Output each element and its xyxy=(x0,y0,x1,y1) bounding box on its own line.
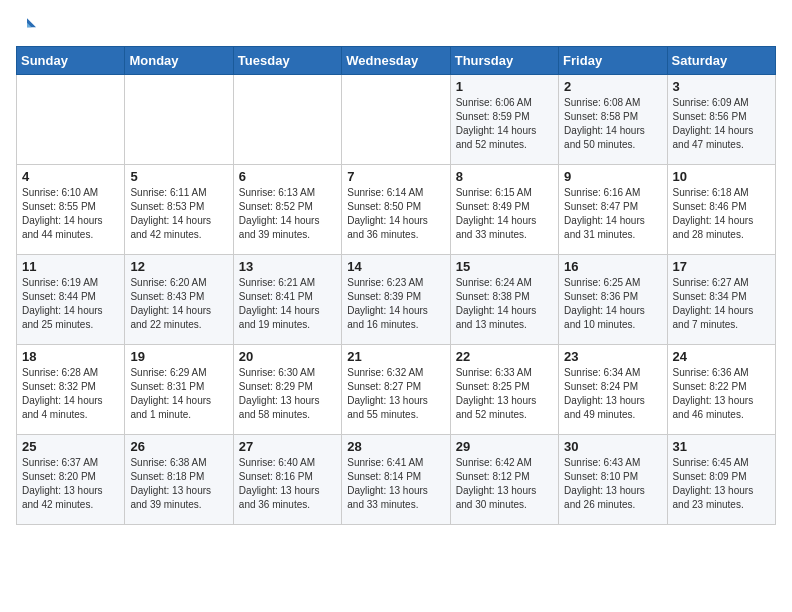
header xyxy=(16,16,776,38)
calendar-cell: 24Sunrise: 6:36 AM Sunset: 8:22 PM Dayli… xyxy=(667,345,775,435)
calendar-cell xyxy=(342,75,450,165)
weekday-header: Wednesday xyxy=(342,47,450,75)
day-info: Sunrise: 6:33 AM Sunset: 8:25 PM Dayligh… xyxy=(456,366,553,422)
calendar-header: SundayMondayTuesdayWednesdayThursdayFrid… xyxy=(17,47,776,75)
calendar-cell: 22Sunrise: 6:33 AM Sunset: 8:25 PM Dayli… xyxy=(450,345,558,435)
calendar-cell: 31Sunrise: 6:45 AM Sunset: 8:09 PM Dayli… xyxy=(667,435,775,525)
calendar-cell: 8Sunrise: 6:15 AM Sunset: 8:49 PM Daylig… xyxy=(450,165,558,255)
day-info: Sunrise: 6:08 AM Sunset: 8:58 PM Dayligh… xyxy=(564,96,661,152)
calendar-week-row: 4Sunrise: 6:10 AM Sunset: 8:55 PM Daylig… xyxy=(17,165,776,255)
day-number: 5 xyxy=(130,169,227,184)
weekday-header: Tuesday xyxy=(233,47,341,75)
day-number: 14 xyxy=(347,259,444,274)
day-info: Sunrise: 6:14 AM Sunset: 8:50 PM Dayligh… xyxy=(347,186,444,242)
day-info: Sunrise: 6:21 AM Sunset: 8:41 PM Dayligh… xyxy=(239,276,336,332)
day-number: 21 xyxy=(347,349,444,364)
day-number: 27 xyxy=(239,439,336,454)
day-info: Sunrise: 6:30 AM Sunset: 8:29 PM Dayligh… xyxy=(239,366,336,422)
day-number: 22 xyxy=(456,349,553,364)
day-info: Sunrise: 6:28 AM Sunset: 8:32 PM Dayligh… xyxy=(22,366,119,422)
calendar-cell: 18Sunrise: 6:28 AM Sunset: 8:32 PM Dayli… xyxy=(17,345,125,435)
calendar-week-row: 1Sunrise: 6:06 AM Sunset: 8:59 PM Daylig… xyxy=(17,75,776,165)
day-number: 9 xyxy=(564,169,661,184)
day-number: 24 xyxy=(673,349,770,364)
day-number: 20 xyxy=(239,349,336,364)
calendar-cell: 20Sunrise: 6:30 AM Sunset: 8:29 PM Dayli… xyxy=(233,345,341,435)
calendar-cell: 5Sunrise: 6:11 AM Sunset: 8:53 PM Daylig… xyxy=(125,165,233,255)
day-number: 15 xyxy=(456,259,553,274)
day-info: Sunrise: 6:23 AM Sunset: 8:39 PM Dayligh… xyxy=(347,276,444,332)
day-number: 29 xyxy=(456,439,553,454)
day-number: 4 xyxy=(22,169,119,184)
day-info: Sunrise: 6:16 AM Sunset: 8:47 PM Dayligh… xyxy=(564,186,661,242)
weekday-header: Sunday xyxy=(17,47,125,75)
logo-icon xyxy=(18,16,36,34)
day-info: Sunrise: 6:42 AM Sunset: 8:12 PM Dayligh… xyxy=(456,456,553,512)
day-info: Sunrise: 6:09 AM Sunset: 8:56 PM Dayligh… xyxy=(673,96,770,152)
calendar-cell: 17Sunrise: 6:27 AM Sunset: 8:34 PM Dayli… xyxy=(667,255,775,345)
calendar-cell: 28Sunrise: 6:41 AM Sunset: 8:14 PM Dayli… xyxy=(342,435,450,525)
calendar-cell: 16Sunrise: 6:25 AM Sunset: 8:36 PM Dayli… xyxy=(559,255,667,345)
day-number: 19 xyxy=(130,349,227,364)
day-number: 11 xyxy=(22,259,119,274)
day-info: Sunrise: 6:34 AM Sunset: 8:24 PM Dayligh… xyxy=(564,366,661,422)
day-number: 23 xyxy=(564,349,661,364)
calendar-cell: 6Sunrise: 6:13 AM Sunset: 8:52 PM Daylig… xyxy=(233,165,341,255)
calendar-cell: 15Sunrise: 6:24 AM Sunset: 8:38 PM Dayli… xyxy=(450,255,558,345)
calendar-week-row: 25Sunrise: 6:37 AM Sunset: 8:20 PM Dayli… xyxy=(17,435,776,525)
calendar-cell: 25Sunrise: 6:37 AM Sunset: 8:20 PM Dayli… xyxy=(17,435,125,525)
day-number: 6 xyxy=(239,169,336,184)
day-number: 2 xyxy=(564,79,661,94)
day-info: Sunrise: 6:06 AM Sunset: 8:59 PM Dayligh… xyxy=(456,96,553,152)
calendar-cell: 29Sunrise: 6:42 AM Sunset: 8:12 PM Dayli… xyxy=(450,435,558,525)
calendar-cell: 1Sunrise: 6:06 AM Sunset: 8:59 PM Daylig… xyxy=(450,75,558,165)
calendar-cell: 2Sunrise: 6:08 AM Sunset: 8:58 PM Daylig… xyxy=(559,75,667,165)
day-info: Sunrise: 6:27 AM Sunset: 8:34 PM Dayligh… xyxy=(673,276,770,332)
calendar-cell: 21Sunrise: 6:32 AM Sunset: 8:27 PM Dayli… xyxy=(342,345,450,435)
day-info: Sunrise: 6:37 AM Sunset: 8:20 PM Dayligh… xyxy=(22,456,119,512)
weekday-header: Saturday xyxy=(667,47,775,75)
logo xyxy=(16,16,36,38)
day-info: Sunrise: 6:40 AM Sunset: 8:16 PM Dayligh… xyxy=(239,456,336,512)
calendar-cell: 30Sunrise: 6:43 AM Sunset: 8:10 PM Dayli… xyxy=(559,435,667,525)
day-info: Sunrise: 6:24 AM Sunset: 8:38 PM Dayligh… xyxy=(456,276,553,332)
day-info: Sunrise: 6:38 AM Sunset: 8:18 PM Dayligh… xyxy=(130,456,227,512)
day-info: Sunrise: 6:41 AM Sunset: 8:14 PM Dayligh… xyxy=(347,456,444,512)
day-info: Sunrise: 6:29 AM Sunset: 8:31 PM Dayligh… xyxy=(130,366,227,422)
calendar-cell: 3Sunrise: 6:09 AM Sunset: 8:56 PM Daylig… xyxy=(667,75,775,165)
day-number: 1 xyxy=(456,79,553,94)
weekday-header: Monday xyxy=(125,47,233,75)
calendar-cell xyxy=(233,75,341,165)
calendar-cell: 19Sunrise: 6:29 AM Sunset: 8:31 PM Dayli… xyxy=(125,345,233,435)
calendar-cell xyxy=(17,75,125,165)
day-info: Sunrise: 6:11 AM Sunset: 8:53 PM Dayligh… xyxy=(130,186,227,242)
day-number: 25 xyxy=(22,439,119,454)
day-number: 13 xyxy=(239,259,336,274)
day-info: Sunrise: 6:19 AM Sunset: 8:44 PM Dayligh… xyxy=(22,276,119,332)
weekday-header: Friday xyxy=(559,47,667,75)
calendar-body: 1Sunrise: 6:06 AM Sunset: 8:59 PM Daylig… xyxy=(17,75,776,525)
day-info: Sunrise: 6:36 AM Sunset: 8:22 PM Dayligh… xyxy=(673,366,770,422)
day-number: 28 xyxy=(347,439,444,454)
calendar-table: SundayMondayTuesdayWednesdayThursdayFrid… xyxy=(16,46,776,525)
calendar-cell: 11Sunrise: 6:19 AM Sunset: 8:44 PM Dayli… xyxy=(17,255,125,345)
day-info: Sunrise: 6:13 AM Sunset: 8:52 PM Dayligh… xyxy=(239,186,336,242)
day-number: 31 xyxy=(673,439,770,454)
calendar-week-row: 18Sunrise: 6:28 AM Sunset: 8:32 PM Dayli… xyxy=(17,345,776,435)
calendar-cell: 4Sunrise: 6:10 AM Sunset: 8:55 PM Daylig… xyxy=(17,165,125,255)
calendar-week-row: 11Sunrise: 6:19 AM Sunset: 8:44 PM Dayli… xyxy=(17,255,776,345)
calendar-cell: 27Sunrise: 6:40 AM Sunset: 8:16 PM Dayli… xyxy=(233,435,341,525)
day-number: 10 xyxy=(673,169,770,184)
day-number: 8 xyxy=(456,169,553,184)
day-number: 3 xyxy=(673,79,770,94)
calendar-cell: 13Sunrise: 6:21 AM Sunset: 8:41 PM Dayli… xyxy=(233,255,341,345)
day-number: 18 xyxy=(22,349,119,364)
calendar-cell: 7Sunrise: 6:14 AM Sunset: 8:50 PM Daylig… xyxy=(342,165,450,255)
day-info: Sunrise: 6:43 AM Sunset: 8:10 PM Dayligh… xyxy=(564,456,661,512)
calendar-cell: 10Sunrise: 6:18 AM Sunset: 8:46 PM Dayli… xyxy=(667,165,775,255)
day-info: Sunrise: 6:32 AM Sunset: 8:27 PM Dayligh… xyxy=(347,366,444,422)
calendar-cell: 26Sunrise: 6:38 AM Sunset: 8:18 PM Dayli… xyxy=(125,435,233,525)
day-number: 26 xyxy=(130,439,227,454)
day-number: 16 xyxy=(564,259,661,274)
calendar-cell xyxy=(125,75,233,165)
